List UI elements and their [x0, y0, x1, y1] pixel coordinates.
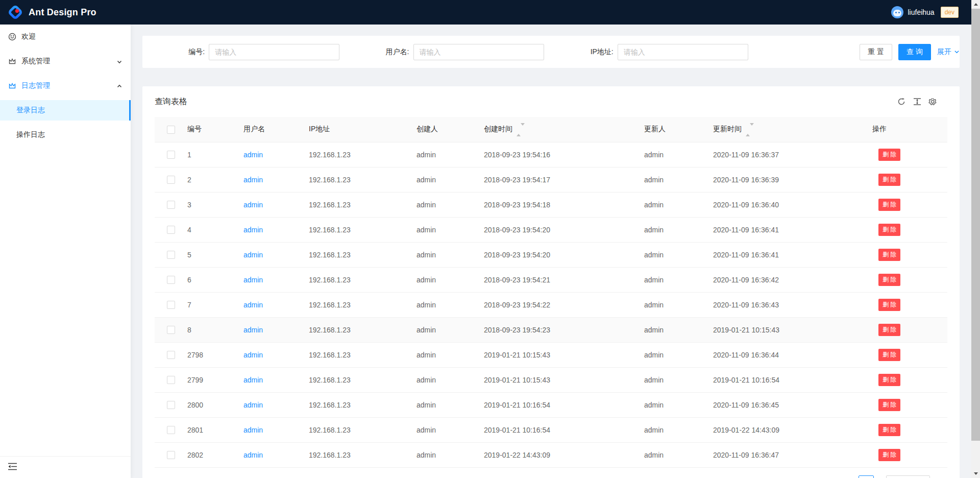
row-checkbox[interactable]	[167, 276, 175, 284]
pagination-page-size-select[interactable]	[886, 475, 930, 478]
delete-button[interactable]: 删 除	[878, 274, 900, 286]
log-table: 编号 用户名 IP地址 创建人 创建时间 更新人 更新时间 操作 1 admin…	[155, 117, 947, 468]
cell-action: 删 除	[872, 292, 947, 317]
select-all-checkbox[interactable]	[167, 126, 175, 134]
table-row: 4 admin 192.168.1.23 admin 2018-09-23 19…	[155, 217, 947, 242]
row-checkbox[interactable]	[167, 151, 175, 159]
username-link[interactable]: admin	[243, 276, 263, 284]
delete-button[interactable]: 删 除	[878, 349, 900, 361]
username-link[interactable]: admin	[243, 201, 263, 209]
sidebar-item-log-management[interactable]: 日志管理	[0, 76, 131, 96]
row-checkbox[interactable]	[167, 301, 175, 309]
row-checkbox[interactable]	[167, 351, 175, 359]
delete-button[interactable]: 删 除	[878, 449, 900, 461]
reload-icon[interactable]	[897, 98, 905, 106]
cell-id: 2802	[187, 442, 243, 467]
row-checkbox[interactable]	[167, 251, 175, 259]
table-row: 2801 admin 192.168.1.23 admin 2019-01-21…	[155, 417, 947, 442]
row-checkbox[interactable]	[167, 401, 175, 409]
density-icon[interactable]	[913, 98, 921, 106]
column-header-creator: 创建人	[416, 117, 484, 142]
table-card-header: 查询表格	[142, 86, 960, 117]
delete-button[interactable]: 删 除	[878, 424, 900, 436]
chevron-down-icon	[116, 58, 122, 66]
column-header-created-time[interactable]: 创建时间	[484, 117, 644, 142]
vertical-scrollbar[interactable]	[971, 0, 980, 478]
expand-link[interactable]: 展开	[937, 47, 960, 57]
username-link[interactable]: admin	[243, 351, 263, 359]
username-link[interactable]: admin	[243, 226, 263, 234]
username-link[interactable]: admin	[243, 401, 263, 409]
reset-button[interactable]: 重 置	[860, 44, 892, 60]
username-link[interactable]: admin	[243, 326, 263, 334]
delete-button[interactable]: 删 除	[878, 374, 900, 386]
menu-fold-icon[interactable]	[8, 463, 17, 472]
sidebar-item-operation-log[interactable]: 操作日志	[0, 125, 131, 145]
table-title: 查询表格	[155, 97, 187, 107]
sidebar-footer	[0, 456, 131, 478]
avatar[interactable]	[891, 6, 903, 18]
settings-gear-icon[interactable]	[928, 98, 937, 106]
cell-action: 删 除	[872, 242, 947, 267]
sidebar-item-system-management[interactable]: 系统管理	[0, 51, 131, 71]
row-select-cell	[155, 142, 187, 167]
cell-updated-time: 2020-11-09 16:36:41	[713, 217, 872, 242]
row-checkbox[interactable]	[167, 426, 175, 434]
cell-id: 1	[187, 142, 243, 167]
cell-action: 删 除	[872, 142, 947, 167]
table-header-row: 编号 用户名 IP地址 创建人 创建时间 更新人 更新时间 操作	[155, 117, 947, 142]
scroll-up-arrow-icon[interactable]	[971, 0, 980, 9]
cell-created-time: 2019-01-22 14:43:09	[484, 442, 644, 467]
row-checkbox[interactable]	[167, 176, 175, 184]
cell-updated-time: 2019-01-21 10:15:43	[713, 317, 872, 342]
delete-button[interactable]: 删 除	[878, 249, 900, 261]
cell-action: 删 除	[872, 342, 947, 367]
delete-button[interactable]: 删 除	[878, 324, 900, 336]
username-link[interactable]: admin	[243, 251, 263, 259]
delete-button[interactable]: 删 除	[878, 199, 900, 211]
username-link[interactable]: admin	[243, 151, 263, 159]
cell-id: 4	[187, 217, 243, 242]
username-link[interactable]: admin	[243, 176, 263, 184]
username-link[interactable]: admin	[243, 451, 263, 459]
row-select-cell	[155, 417, 187, 442]
cell-ip: 192.168.1.23	[309, 292, 416, 317]
column-header-updated-time[interactable]: 更新时间	[713, 117, 872, 142]
row-checkbox[interactable]	[167, 376, 175, 384]
pagination-current-page[interactable]	[859, 475, 874, 478]
id-input[interactable]	[209, 44, 339, 60]
cell-updater: admin	[644, 192, 713, 217]
sidebar-item-welcome[interactable]: 欢迎	[0, 27, 131, 47]
search-button[interactable]: 查 询	[898, 44, 931, 60]
row-checkbox[interactable]	[167, 226, 175, 234]
ip-input[interactable]	[618, 44, 748, 60]
cell-ip: 192.168.1.23	[309, 267, 416, 292]
cell-ip: 192.168.1.23	[309, 367, 416, 392]
delete-button[interactable]: 删 除	[878, 174, 900, 186]
sidebar-item-label: 日志管理	[21, 81, 50, 90]
username-link[interactable]: admin	[243, 301, 263, 309]
cell-action: 删 除	[872, 167, 947, 192]
username-input[interactable]	[413, 44, 544, 60]
username-link[interactable]: admin	[243, 376, 263, 384]
row-checkbox[interactable]	[167, 451, 175, 459]
row-checkbox[interactable]	[167, 326, 175, 334]
sort-icon[interactable]	[517, 126, 521, 134]
cell-ip: 192.168.1.23	[309, 417, 416, 442]
logo[interactable]: Ant Design Pro	[8, 5, 96, 19]
username-link[interactable]: admin	[243, 426, 263, 434]
row-select-cell	[155, 167, 187, 192]
cell-ip: 192.168.1.23	[309, 192, 416, 217]
sort-icon[interactable]	[746, 126, 750, 134]
delete-button[interactable]: 删 除	[878, 224, 900, 236]
cell-username: admin	[243, 392, 309, 417]
cell-created-time: 2018-09-23 19:54:20	[484, 217, 644, 242]
delete-button[interactable]: 删 除	[878, 299, 900, 311]
sidebar-item-login-log[interactable]: 登录日志	[0, 100, 131, 121]
row-checkbox[interactable]	[167, 201, 175, 209]
delete-button[interactable]: 删 除	[878, 399, 900, 411]
scrollbar-thumb[interactable]	[971, 9, 980, 441]
scroll-down-arrow-icon[interactable]	[971, 469, 980, 478]
delete-button[interactable]: 删 除	[878, 149, 900, 161]
user-name[interactable]: liufeihua	[908, 8, 934, 16]
